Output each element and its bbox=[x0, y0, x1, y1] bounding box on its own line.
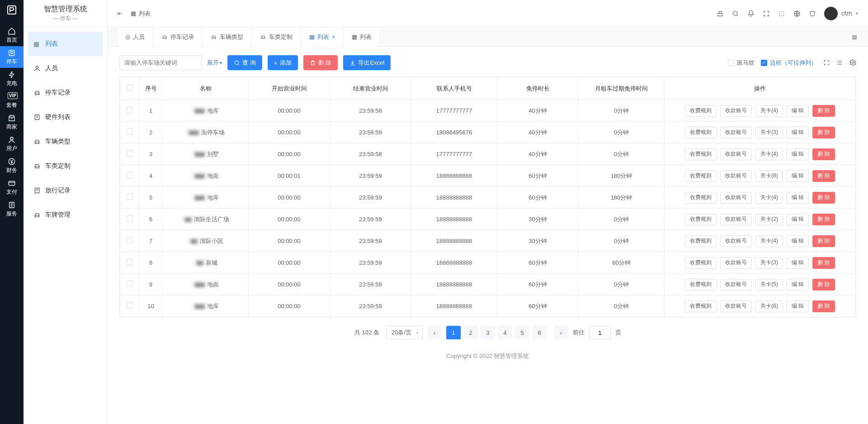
gate-button[interactable]: 关卡(2) bbox=[755, 214, 783, 225]
tabs-grid-icon[interactable]: ▦ bbox=[852, 27, 859, 47]
gate-button[interactable]: 关卡(5) bbox=[755, 279, 783, 291]
row-checkbox[interactable] bbox=[127, 107, 133, 113]
page-1[interactable]: 1 bbox=[446, 326, 461, 339]
delete-button[interactable]: 删 除 bbox=[303, 55, 338, 70]
gate-button[interactable]: 关卡(3) bbox=[755, 257, 783, 269]
edit-button[interactable]: 编 辑 bbox=[787, 127, 809, 138]
edit-button[interactable]: 编 辑 bbox=[787, 235, 809, 247]
row-checkbox[interactable] bbox=[127, 302, 133, 309]
th-end[interactable]: 结束营业时间 bbox=[330, 77, 411, 100]
search-input[interactable] bbox=[119, 55, 202, 70]
row-delete-button[interactable]: 删 除 bbox=[812, 214, 835, 225]
page-6[interactable]: 6 bbox=[532, 326, 547, 339]
submenu-vehtype[interactable]: 车辆类型 bbox=[24, 129, 107, 154]
row-delete-button[interactable]: 删 除 bbox=[812, 105, 835, 117]
th-name[interactable]: 名称 bbox=[163, 77, 249, 100]
submenu-vehcust[interactable]: 车类定制 bbox=[24, 154, 107, 178]
gate-button[interactable]: 关卡(3) bbox=[755, 127, 783, 138]
tab-5[interactable]: ▦列表 bbox=[344, 27, 380, 47]
submenu-hardware[interactable]: 硬件列表 bbox=[24, 105, 107, 129]
th-phone[interactable]: 联系人手机号 bbox=[411, 77, 497, 100]
gate-button[interactable]: 关卡(4) bbox=[755, 148, 783, 160]
fullscreen-icon[interactable] bbox=[763, 10, 770, 17]
edit-button[interactable]: 编 辑 bbox=[787, 170, 809, 182]
row-delete-button[interactable]: 删 除 bbox=[812, 148, 835, 160]
edit-button[interactable]: 编 辑 bbox=[787, 300, 809, 312]
page-5[interactable]: 5 bbox=[515, 326, 529, 339]
gate-button[interactable]: 关卡(6) bbox=[755, 300, 783, 312]
gate-button[interactable]: 关卡(8) bbox=[755, 170, 783, 182]
fee-rule-button[interactable]: 收费规则 bbox=[685, 300, 717, 312]
edit-button[interactable]: 编 辑 bbox=[787, 148, 809, 160]
page-size-select[interactable]: 20条/页 bbox=[387, 326, 423, 339]
page-prev[interactable]: ‹ bbox=[427, 326, 442, 339]
zebra-checkbox[interactable]: 斑马纹 bbox=[728, 59, 755, 67]
lock-icon[interactable] bbox=[717, 10, 724, 17]
edit-button[interactable]: 编 辑 bbox=[787, 257, 809, 269]
gate-button[interactable]: 关卡(4) bbox=[755, 105, 783, 117]
add-button[interactable]: +添加 bbox=[268, 55, 298, 70]
page-2[interactable]: 2 bbox=[463, 326, 478, 339]
density-icon[interactable] bbox=[836, 59, 843, 66]
user-menu[interactable]: cfzh ▾ bbox=[824, 7, 858, 20]
row-checkbox[interactable] bbox=[127, 172, 133, 178]
account-button[interactable]: 收款账号 bbox=[720, 105, 752, 117]
page-jump-input[interactable] bbox=[589, 326, 611, 339]
tab-2[interactable]: 车辆类型 bbox=[203, 27, 252, 47]
th-month[interactable]: 月租车过期免停时间 bbox=[579, 77, 665, 100]
select-all-checkbox[interactable] bbox=[127, 85, 133, 91]
account-button[interactable]: 收款账号 bbox=[720, 300, 752, 312]
account-button[interactable]: 收款账号 bbox=[720, 127, 752, 138]
th-start[interactable]: 开始营业时间 bbox=[249, 77, 330, 100]
language-icon[interactable] bbox=[793, 10, 801, 17]
fee-rule-button[interactable]: 收费规则 bbox=[685, 127, 717, 138]
nav-parking[interactable]: 停车 bbox=[0, 46, 24, 68]
page-next[interactable]: › bbox=[554, 326, 568, 339]
submenu-list[interactable]: ▦列表 bbox=[28, 32, 103, 56]
fee-rule-button[interactable]: 收费规则 bbox=[685, 279, 717, 291]
gate-button[interactable]: 关卡(4) bbox=[755, 235, 783, 247]
expand-link[interactable]: 展开▾ bbox=[207, 59, 222, 67]
search-icon[interactable] bbox=[732, 10, 739, 17]
row-checkbox[interactable] bbox=[127, 237, 133, 243]
row-checkbox[interactable] bbox=[127, 129, 133, 135]
border-checkbox[interactable]: 边框（可拉伸列） bbox=[761, 59, 817, 67]
fee-rule-button[interactable]: 收费规则 bbox=[685, 192, 717, 204]
bell-icon[interactable] bbox=[747, 10, 755, 17]
row-delete-button[interactable]: 删 除 bbox=[812, 235, 835, 247]
nav-user[interactable]: 用户 bbox=[0, 133, 24, 155]
account-button[interactable]: 收款账号 bbox=[720, 148, 752, 160]
fee-rule-button[interactable]: 收费规则 bbox=[685, 148, 717, 160]
account-button[interactable]: 收款账号 bbox=[720, 279, 752, 291]
edit-button[interactable]: 编 辑 bbox=[787, 279, 809, 291]
row-checkbox[interactable] bbox=[127, 150, 133, 157]
nav-finance[interactable]: 财务 bbox=[0, 155, 24, 176]
th-free[interactable]: 免停时长 bbox=[497, 77, 579, 100]
tab-3[interactable]: 车类定制 bbox=[252, 27, 301, 47]
submenu-records[interactable]: 停车记录 bbox=[24, 81, 107, 105]
submenu-plate[interactable]: 车牌管理 bbox=[24, 203, 107, 227]
th-index[interactable]: 序号 bbox=[139, 77, 163, 100]
fee-rule-button[interactable]: 收费规则 bbox=[685, 235, 717, 247]
edit-button[interactable]: 编 辑 bbox=[787, 192, 809, 204]
account-button[interactable]: 收款账号 bbox=[720, 192, 752, 204]
account-button[interactable]: 收款账号 bbox=[720, 235, 752, 247]
search-button[interactable]: 查 询 bbox=[227, 55, 262, 70]
nav-package[interactable]: VIP套餐 bbox=[0, 90, 24, 111]
page-3[interactable]: 3 bbox=[481, 326, 495, 339]
row-delete-button[interactable]: 删 除 bbox=[812, 170, 835, 182]
row-delete-button[interactable]: 删 除 bbox=[812, 257, 835, 269]
row-delete-button[interactable]: 删 除 bbox=[812, 279, 835, 291]
nav-service[interactable]: 服务 bbox=[0, 198, 24, 220]
page-4[interactable]: 4 bbox=[498, 326, 512, 339]
tab-4[interactable]: ▦列表× bbox=[301, 27, 344, 47]
tab-0[interactable]: ◎人员 bbox=[117, 27, 153, 47]
export-button[interactable]: 导出Excel bbox=[343, 55, 391, 70]
edit-button[interactable]: 编 辑 bbox=[787, 105, 809, 117]
theme-icon[interactable] bbox=[778, 10, 785, 17]
close-icon[interactable]: × bbox=[332, 34, 335, 40]
submenu-release[interactable]: 放行记录 bbox=[24, 178, 107, 203]
nav-charge[interactable]: 充电 bbox=[0, 68, 24, 90]
row-delete-button[interactable]: 删 除 bbox=[812, 127, 835, 138]
refresh-icon[interactable] bbox=[809, 10, 816, 17]
